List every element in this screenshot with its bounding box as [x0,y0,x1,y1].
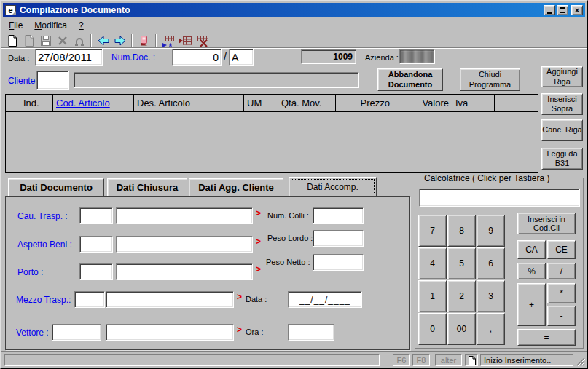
mezzo-trasp-desc-input[interactable] [106,291,234,308]
grid-col-cod-articolo-link[interactable]: Cod. Articolo [53,95,134,111]
stamp-icon[interactable] [136,33,152,48]
calc-plus-button[interactable]: + [517,283,546,326]
cau-trasp-code-input[interactable] [79,207,113,224]
calc-key-2[interactable]: 2 [447,280,476,312]
grid-delete-icon[interactable] [193,33,210,48]
menu-modifica[interactable]: Modifica [29,19,74,32]
grid-col-iva: Iva [452,95,495,111]
next-record-icon[interactable] [111,33,128,48]
grid-open-icon[interactable] [176,33,193,48]
calc-key-9[interactable]: 9 [477,215,505,247]
calculator-group: Calcolatrice ( Click per Tastiera ) 7 8 … [415,178,584,349]
save-icon[interactable] [37,33,54,48]
tab-dati-agg-cliente[interactable]: Dati Agg. Cliente [189,178,283,197]
vettore-desc-input[interactable] [106,324,234,341]
inserisci-sopra-button[interactable]: Inserisci Sopra [541,93,583,115]
calc-key-4[interactable]: 4 [418,247,447,279]
calc-equals-button[interactable]: = [517,329,576,346]
statusbar-alter-indicator: alter [435,354,462,366]
aggiungi-riga-button[interactable]: Aggiungi Riga [541,66,583,87]
counter-value: 1009 [333,52,353,62]
minimize-button[interactable] [544,5,555,15]
canc-riga-button[interactable]: Canc. Riga [541,119,583,141]
abbandona-documento-button[interactable]: Abbandona Documento [377,68,443,91]
statusbar-f8-indicator: F8 [412,354,430,366]
calc-key-7[interactable]: 7 [418,215,447,247]
statusbar-main-panel [4,354,380,366]
minimize-icon [547,12,552,14]
numdoc-input[interactable] [172,49,222,66]
numdoc-serie-input[interactable] [229,49,254,66]
mezzo-trasp-code-input[interactable] [74,291,105,308]
calc-key-00[interactable]: 00 [447,313,476,345]
calc-key-1[interactable]: 1 [418,280,447,312]
data-label: Data : [8,54,29,63]
vettore-code-input[interactable] [52,324,101,341]
tab-dati-chiusura[interactable]: Dati Chiusura [107,178,187,197]
app-icon[interactable]: e [5,5,16,15]
close-button[interactable] [571,5,583,15]
calc-key-8[interactable]: 8 [447,215,476,247]
statusbar-divider [1,351,588,352]
data-accomp-input[interactable] [288,291,362,308]
calc-key-comma[interactable]: , [477,313,505,345]
calc-multiply-button[interactable]: * [547,283,576,303]
open-document-icon[interactable] [20,33,37,48]
peso-netto-label: Peso Netto : [266,258,310,266]
aspetto-beni-arrow-icon: > [256,237,261,246]
maximize-button[interactable] [557,5,568,15]
delete-icon[interactable] [54,33,71,48]
toolbar-separator [155,34,157,47]
grid-body-empty[interactable] [6,112,538,172]
porto-label: Porto : [17,267,43,277]
vettore-label: Vettore : [16,328,49,338]
counter-box: 1009 [301,49,356,64]
peso-lordo-input[interactable] [313,230,364,247]
num-colli-input[interactable] [313,207,364,224]
peso-lordo-label: Peso Lordo : [267,234,313,242]
calc-percent-button[interactable]: % [517,263,546,279]
calculator-display[interactable] [419,189,580,207]
calc-divide-button[interactable]: / [547,263,576,279]
peso-netto-input[interactable] [313,254,364,271]
menu-file[interactable]: File [4,19,29,32]
porto-arrow-icon: > [256,265,261,274]
ora-label: Ora : [246,328,263,336]
data-input[interactable] [35,49,103,66]
tab-dati-documento[interactable]: Dati Documento [8,178,104,197]
dati-accomp-panel: Cau. Trasp. : > Aspetto Beni : > Porto :… [5,196,410,350]
grid-new-icon[interactable] [160,33,176,48]
calc-ce-button[interactable]: CE [547,240,576,259]
azienda-label: Azienda : [365,53,399,62]
calc-key-5[interactable]: 5 [447,247,476,279]
porto-desc-input[interactable] [116,263,253,280]
calc-key-0[interactable]: 0 [418,313,447,345]
aspetto-beni-code-input[interactable] [79,236,113,253]
vettore-arrow-icon: > [237,325,242,334]
statusbar-message-panel: Inizio Inserimento.. [480,354,573,366]
calc-key-6[interactable]: 6 [477,247,505,279]
grid-col-selector [6,95,20,111]
menu-help[interactable]: ? [74,19,90,32]
porto-code-input[interactable] [79,263,113,280]
tab-dati-accomp[interactable]: Dati Accomp. [289,177,377,197]
cau-trasp-desc-input[interactable] [116,207,253,224]
undo-icon[interactable] [71,33,87,48]
statusbar-f6-indicator: F6 [393,354,410,366]
chiudi-programma-button[interactable]: Chiudi Programma [460,68,520,91]
new-document-icon[interactable] [4,33,20,48]
leggi-da-b31-button[interactable]: Leggi da B31 [541,148,583,170]
resize-grip[interactable] [576,357,585,366]
aspetto-beni-desc-input[interactable] [116,236,253,253]
calc-key-3[interactable]: 3 [477,280,505,312]
articles-grid[interactable]: Ind. Cod. Articolo Des. Articolo UM Qtà.… [5,94,538,173]
cliente-code-input[interactable] [36,71,69,90]
title-bar[interactable]: e Compilazione Documento [3,3,585,17]
inserisci-in-codcli-button[interactable]: Inserisci in Cod.Cli [517,213,576,234]
ora-input[interactable] [288,324,334,341]
calc-ca-button[interactable]: CA [517,240,546,259]
calc-minus-button[interactable]: - [547,306,576,326]
statusbar-doc-panel [465,354,478,366]
num-colli-label: Num. Colli : [267,211,309,220]
previous-record-icon[interactable] [95,33,111,48]
